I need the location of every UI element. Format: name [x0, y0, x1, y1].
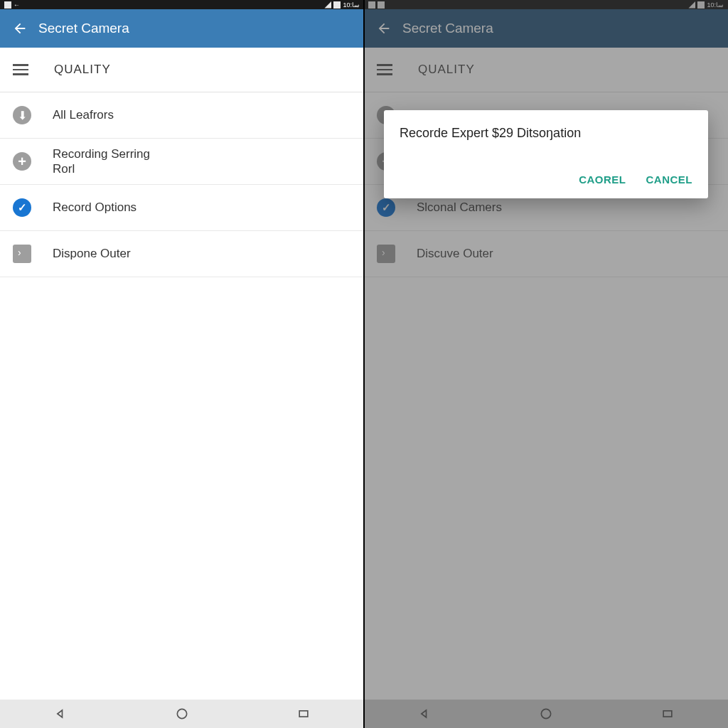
notification-icon	[4, 1, 11, 9]
check-icon	[13, 198, 31, 217]
nav-bar	[0, 700, 364, 728]
list-item[interactable]: Recording Serring Rorl	[0, 139, 364, 185]
row-label: Recording Serring Rorl	[53, 146, 150, 177]
modal-scrim[interactable]	[364, 0, 728, 728]
dialog-confirm-button[interactable]: CAOREL	[579, 173, 626, 186]
list-item[interactable]: ⬇ All Leafrors	[0, 92, 364, 139]
box-icon	[13, 245, 31, 263]
dialog-title: Recorde Expert $29 Ditsoŋation	[400, 126, 692, 141]
plus-icon	[13, 152, 31, 171]
nav-back-icon[interactable]	[53, 707, 68, 721]
dialog-cancel-button[interactable]: CANCEL	[646, 173, 693, 186]
phone-left: ← 10:سا Secret Camera QUALITY ⬇ All Leaf…	[0, 0, 364, 728]
dialog: Recorde Expert $29 Ditsoŋation CAOREL CA…	[384, 110, 708, 198]
nav-home-icon[interactable]	[175, 707, 189, 721]
row-icon: ⬇	[13, 106, 31, 124]
app-title: Secret Camera	[38, 21, 129, 36]
row-label: Dispone Outer	[53, 246, 131, 261]
clock-text: 10:سا	[343, 1, 360, 9]
list-item[interactable]: Record Options	[0, 185, 364, 231]
row-label: All Leafrors	[53, 107, 114, 122]
status-text: ←	[14, 1, 20, 9]
phone-right: 10:سا Secret Camera QUALITY Slconal Came…	[364, 0, 728, 728]
list-item[interactable]: Dispone Outer	[0, 231, 364, 277]
svg-rect-1	[299, 711, 308, 717]
status-bar: ← 10:سا	[0, 0, 364, 9]
split-divider	[363, 0, 365, 728]
app-bar: Secret Camera	[0, 9, 364, 48]
svg-point-0	[177, 709, 186, 718]
signal-icon	[324, 1, 331, 9]
dialog-actions: CAOREL CANCEL	[400, 169, 692, 191]
battery-icon	[333, 1, 341, 9]
section-header: QUALITY	[0, 48, 364, 92]
section-title: QUALITY	[54, 63, 111, 77]
content-area: QUALITY ⬇ All Leafrors Recording Serring…	[0, 48, 364, 700]
hamburger-icon[interactable]	[13, 60, 33, 80]
nav-recent-icon[interactable]	[296, 707, 311, 721]
back-button[interactable]	[9, 17, 31, 40]
row-label: Record Options	[53, 200, 136, 215]
